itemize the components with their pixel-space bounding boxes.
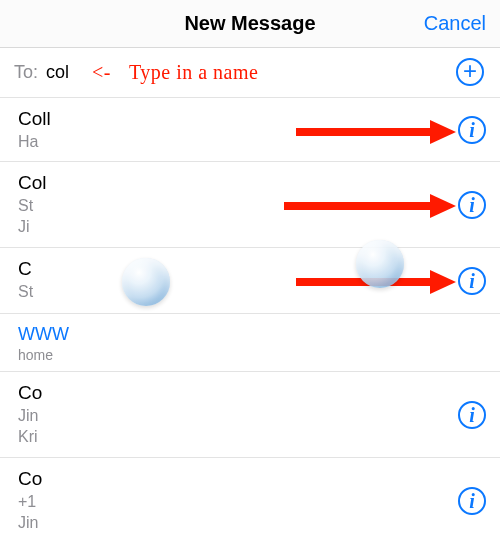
suggestion-caption: home — [18, 347, 444, 363]
suggestion-row[interactable]: Co +1 Jin i — [0, 458, 500, 544]
suggestion-row[interactable]: Col St Ji i — [0, 162, 500, 248]
info-button[interactable]: i — [458, 116, 486, 144]
cancel-button[interactable]: Cancel — [424, 0, 486, 47]
suggestion-row[interactable]: Co Jin Kri i — [0, 372, 500, 458]
info-icon: i — [458, 191, 486, 219]
suggestion-title: Coll — [18, 108, 444, 130]
annotation-text: Type in a name — [129, 61, 258, 84]
suggestion-subtitle: Jin Kri — [18, 406, 444, 448]
info-button[interactable]: i — [458, 191, 486, 219]
suggestion-subtitle: +1 Jin — [18, 492, 444, 534]
add-contact-button[interactable]: + — [456, 58, 486, 88]
suggestion-subtitle: Ha — [18, 132, 444, 153]
suggestion-subtitle: St — [18, 282, 444, 303]
suggestion-row[interactable]: Coll Ha i — [0, 98, 500, 162]
suggestion-list: Coll Ha i Col St Ji i C St i WWW home Co — [0, 98, 500, 544]
info-icon: i — [458, 487, 486, 515]
recipient-input[interactable] — [46, 62, 86, 83]
suggestion-title: Col — [18, 172, 444, 194]
info-icon: i — [458, 267, 486, 295]
suggestion-subtitle: St Ji — [18, 196, 444, 238]
plus-icon: + — [456, 58, 484, 86]
suggestion-link: WWW — [18, 324, 444, 345]
info-icon: i — [458, 401, 486, 429]
suggestion-title: Co — [18, 468, 444, 490]
suggestion-row[interactable]: WWW home — [0, 314, 500, 372]
suggestion-title: Co — [18, 382, 444, 404]
info-button[interactable]: i — [458, 267, 486, 295]
compose-header: New Message Cancel — [0, 0, 500, 48]
info-button[interactable]: i — [458, 401, 486, 429]
annotation-arrow: <- — [92, 61, 111, 84]
info-button[interactable]: i — [458, 487, 486, 515]
to-field-row[interactable]: To: <- Type in a name + — [0, 48, 500, 98]
suggestion-title: C — [18, 258, 444, 280]
suggestion-row[interactable]: C St i — [0, 248, 500, 314]
info-icon: i — [458, 116, 486, 144]
to-label: To: — [14, 62, 38, 83]
